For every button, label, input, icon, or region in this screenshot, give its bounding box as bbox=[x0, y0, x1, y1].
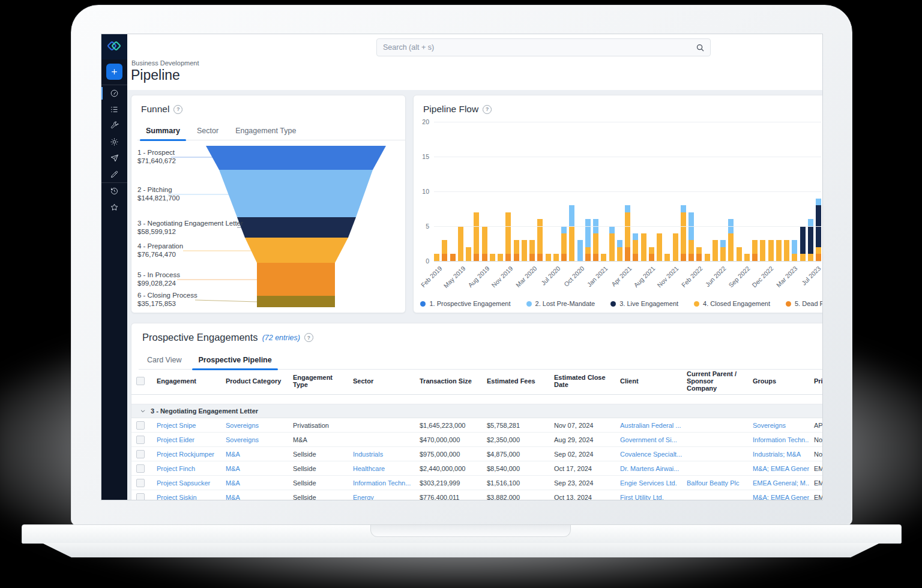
cell-client[interactable]: Australian Federal ... bbox=[615, 418, 682, 432]
cell-engagement-type: Privatisation bbox=[288, 418, 348, 432]
stacked-bar bbox=[561, 226, 567, 261]
stacked-bar bbox=[474, 212, 479, 261]
list-icon[interactable] bbox=[101, 101, 127, 118]
bar-segment bbox=[593, 233, 598, 254]
tab-sector[interactable]: Sector bbox=[188, 123, 227, 140]
table-row[interactable]: Project SnipeSovereignsPrivatisation$1,6… bbox=[131, 418, 822, 433]
stacked-bar bbox=[522, 240, 527, 261]
cell-estimated-close-date: Oct 17, 2024 bbox=[549, 461, 615, 475]
search-input[interactable] bbox=[377, 43, 696, 52]
cell-client[interactable]: Dr. Martens Airwai... bbox=[615, 461, 682, 475]
cell-engagement-type: Sellside bbox=[288, 461, 348, 475]
legend-item[interactable]: 2. Lost Pre-Mandate bbox=[526, 300, 595, 307]
cell-product-category[interactable]: Sovereigns bbox=[221, 418, 288, 432]
table-row[interactable]: Project RockjumperM&ASellsideIndustrials… bbox=[131, 447, 822, 461]
cell-client[interactable]: First Utility Ltd. bbox=[615, 490, 682, 500]
star-icon[interactable] bbox=[101, 199, 127, 215]
cell-groups[interactable]: M&A; EMEA Gener... bbox=[748, 461, 809, 475]
cell-transaction-size: $776,400,011 bbox=[415, 490, 482, 500]
row-checkbox[interactable] bbox=[136, 464, 145, 473]
table-row[interactable]: Project FinchM&ASellsideHealthcare$2,440… bbox=[131, 461, 822, 476]
cell-product-category[interactable]: M&A bbox=[221, 490, 288, 500]
table-row[interactable]: Project SiskinM&ASellsideEnergy$776,400,… bbox=[131, 490, 822, 500]
cell-groups[interactable]: Information Techn... bbox=[748, 433, 809, 446]
bar-segment bbox=[514, 240, 519, 254]
help-icon[interactable]: ? bbox=[483, 105, 492, 114]
add-button[interactable] bbox=[106, 64, 122, 80]
wrench-icon[interactable] bbox=[101, 118, 127, 134]
cell-current-parent-sponsor-company[interactable]: Balfour Beatty Plc bbox=[682, 476, 748, 490]
table-row[interactable]: Project SapsuckerM&ASellsideInformation … bbox=[131, 476, 822, 490]
edit-icon[interactable] bbox=[101, 166, 127, 182]
laptop-base-edge bbox=[42, 543, 880, 557]
cell-client[interactable]: Covalence Specialt... bbox=[615, 447, 682, 461]
row-checkbox[interactable] bbox=[136, 436, 145, 444]
gear-icon[interactable] bbox=[101, 134, 127, 150]
group-header-row[interactable]: 3 - Negotiating Engagement Letter bbox=[131, 404, 822, 418]
cell-sector[interactable]: Industrials bbox=[348, 447, 415, 461]
cell-sector[interactable]: Information Techn... bbox=[348, 476, 415, 490]
row-checkbox[interactable] bbox=[136, 493, 145, 500]
cell-groups[interactable]: Sovereigns bbox=[748, 418, 809, 432]
x-tick-label: Jul 2023 bbox=[800, 265, 822, 287]
global-search[interactable] bbox=[376, 38, 711, 56]
bar-segment bbox=[625, 205, 630, 212]
cell-client[interactable]: Engie Services Ltd. bbox=[615, 476, 682, 490]
cell-client[interactable]: Government of Si... bbox=[615, 433, 682, 446]
tab-prospective-pipeline[interactable]: Prospective Pipeline bbox=[190, 352, 280, 369]
bar-segment bbox=[585, 219, 591, 247]
bar-segment bbox=[537, 219, 543, 254]
cell-product-category[interactable]: M&A bbox=[221, 461, 288, 475]
row-checkbox[interactable] bbox=[136, 479, 145, 487]
funnel-stage-6 bbox=[257, 296, 335, 307]
select-all-checkbox[interactable] bbox=[136, 377, 145, 385]
x-tick-label: Sep 2022 bbox=[727, 265, 751, 289]
send-icon[interactable] bbox=[101, 150, 127, 166]
cell-engagement[interactable]: Project Snipe bbox=[152, 418, 221, 432]
cell-groups[interactable]: Industrials; M&A bbox=[748, 447, 809, 461]
tab-engagement-type[interactable]: Engagement Type bbox=[227, 123, 304, 140]
legend-item[interactable]: 5. Dead Post bbox=[786, 300, 822, 307]
search-icon[interactable] bbox=[696, 43, 705, 52]
cell-engagement-type: Sellside bbox=[288, 476, 348, 490]
legend-item[interactable]: 3. Live Engagement bbox=[610, 300, 678, 307]
y-tick-label: 10 bbox=[422, 188, 429, 195]
cell-transaction-size: $303,219,999 bbox=[415, 476, 482, 490]
legend-item[interactable]: 4. Closed Engagement bbox=[694, 300, 770, 307]
tab-card-view[interactable]: Card View bbox=[139, 352, 190, 369]
cell-product-category[interactable]: Sovereigns bbox=[221, 433, 288, 446]
cell-groups[interactable]: M&A; EMEA Gener... bbox=[748, 490, 809, 500]
cell-engagement[interactable]: Project Eider bbox=[152, 433, 221, 446]
help-icon[interactable]: ? bbox=[173, 105, 182, 114]
bar-segment bbox=[800, 226, 806, 254]
tab-summary[interactable]: Summary bbox=[137, 123, 188, 140]
cell-engagement[interactable]: Project Siskin bbox=[152, 490, 221, 500]
bar-segment bbox=[633, 233, 638, 241]
table-row[interactable]: Project EiderSovereignsM&A$470,000,000$2… bbox=[131, 433, 822, 447]
help-icon[interactable]: ? bbox=[304, 333, 313, 342]
row-checkbox[interactable] bbox=[136, 450, 145, 458]
cell-engagement[interactable]: Project Sapsucker bbox=[152, 476, 221, 490]
stacked-bar bbox=[673, 233, 678, 261]
cell-groups[interactable]: EMEA General; M... bbox=[748, 476, 809, 490]
stacked-bar bbox=[601, 254, 606, 261]
dashboard-icon[interactable] bbox=[101, 85, 127, 101]
bar-segment bbox=[585, 247, 591, 254]
cell-engagement[interactable]: Project Rockjumper bbox=[152, 447, 221, 461]
x-tick-label: Aug 2021 bbox=[632, 265, 656, 289]
row-checkbox[interactable] bbox=[136, 421, 145, 430]
cell-product-category[interactable]: M&A bbox=[221, 447, 288, 461]
bar-segment bbox=[609, 226, 615, 233]
bar-segment bbox=[498, 254, 503, 261]
stage-value: $58,599,912 bbox=[137, 227, 243, 236]
chevron-down-icon[interactable] bbox=[140, 408, 146, 414]
gridline-15: 15 bbox=[434, 157, 821, 157]
history-icon[interactable] bbox=[101, 183, 127, 199]
cell-sector[interactable]: Healthcare bbox=[348, 461, 415, 475]
cell-sector[interactable]: Energy bbox=[348, 490, 415, 500]
pipeline-flow-title: Pipeline Flow ? bbox=[423, 104, 492, 115]
bar-segment bbox=[673, 233, 678, 261]
legend-item[interactable]: 1. Prospective Engagement bbox=[420, 300, 510, 307]
cell-engagement[interactable]: Project Finch bbox=[152, 461, 221, 475]
cell-product-category[interactable]: M&A bbox=[221, 476, 288, 490]
